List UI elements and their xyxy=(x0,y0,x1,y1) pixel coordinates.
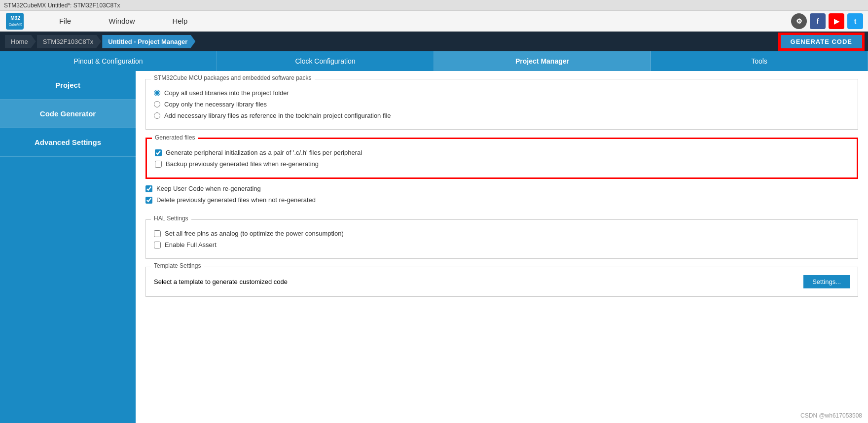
content-area: STM32Cube MCU packages and embedded soft… xyxy=(136,71,868,423)
radio-copy-necessary-label: Copy only the necessary library files xyxy=(164,101,267,108)
template-select-label: Select a template to generate customized… xyxy=(154,278,288,285)
sidebar-item-code-generator[interactable]: Code Generator xyxy=(0,100,136,128)
radio-add-reference-label: Add necessary library files as reference… xyxy=(164,112,391,119)
settings-icon[interactable]: ⚙ xyxy=(791,13,807,29)
menu-bar: M32 CubeMX File Window Help ⚙ f ▶ t xyxy=(0,11,868,32)
checkbox-analog-pins-input[interactable] xyxy=(154,230,161,237)
checkbox-full-assert[interactable]: Enable Full Assert xyxy=(154,241,850,248)
tab-tools[interactable]: Tools xyxy=(651,51,868,71)
breadcrumb: Home STM32F103C8Tx Untitled - Project Ma… xyxy=(5,35,780,48)
sidebar: Project Code Generator Advanced Settings xyxy=(0,71,136,423)
template-settings-label: Template Settings xyxy=(151,262,204,269)
radio-copy-all-input[interactable] xyxy=(154,90,160,96)
radio-copy-all-label: Copy all used libraries into the project… xyxy=(164,89,289,97)
title-bar: STM32CubeMX Untitled*: STM32F103C8Tx xyxy=(0,0,868,11)
hal-settings-label: HAL Settings xyxy=(151,215,191,222)
title-text: STM32CubeMX Untitled*: STM32F103C8Tx xyxy=(4,2,120,9)
app-logo: M32 CubeMX xyxy=(5,12,26,31)
checkbox-backup-input[interactable] xyxy=(155,161,162,168)
generated-files-group: Generated files Generate peripheral init… xyxy=(145,138,858,179)
settings-button[interactable]: Settings... xyxy=(803,275,850,288)
menu-window[interactable]: Window xyxy=(105,15,139,27)
template-row: Select a template to generate customized… xyxy=(154,273,850,290)
radio-copy-necessary-input[interactable] xyxy=(154,101,160,107)
checkbox-full-assert-input[interactable] xyxy=(154,242,161,248)
svg-text:M32: M32 xyxy=(10,15,20,21)
youtube-icon[interactable]: ▶ xyxy=(829,13,844,29)
checkbox-analog-pins-label: Set all free pins as analog (to optimize… xyxy=(165,230,344,237)
facebook-icon[interactable]: f xyxy=(810,13,826,29)
hal-settings-group: HAL Settings Set all free pins as analog… xyxy=(145,219,858,259)
sidebar-spacer xyxy=(0,157,136,423)
radio-copy-all[interactable]: Copy all used libraries into the project… xyxy=(154,89,850,97)
generate-code-button[interactable]: GENERATE CODE xyxy=(780,34,863,49)
nav-bar: Home STM32F103C8Tx Untitled - Project Ma… xyxy=(0,32,868,51)
mcu-packages-label: STM32Cube MCU packages and embedded soft… xyxy=(151,74,315,81)
main-content: Project Code Generator Advanced Settings… xyxy=(0,71,868,423)
checkbox-delete-generated[interactable]: Delete previously generated files when n… xyxy=(145,196,858,204)
radio-copy-necessary[interactable]: Copy only the necessary library files xyxy=(154,101,850,108)
radio-add-reference[interactable]: Add necessary library files as reference… xyxy=(154,112,850,119)
sidebar-item-project[interactable]: Project xyxy=(0,71,136,100)
social-icons: ⚙ f ▶ t xyxy=(791,13,863,29)
radio-add-reference-input[interactable] xyxy=(154,112,160,119)
checkbox-keep-user-code-input[interactable] xyxy=(145,185,152,192)
tab-project-manager[interactable]: Project Manager xyxy=(434,51,651,71)
tab-pinout[interactable]: Pinout & Configuration xyxy=(0,51,217,71)
checkbox-peripheral-init-label: Generate peripheral initialization as a … xyxy=(166,149,362,156)
generated-files-label: Generated files xyxy=(152,134,198,141)
checkbox-peripheral-init-input[interactable] xyxy=(155,149,162,156)
standalone-checkboxes: Keep User Code when re-generating Delete… xyxy=(136,179,868,204)
mcu-packages-group: STM32Cube MCU packages and embedded soft… xyxy=(145,79,858,130)
generated-files-wrapper: Generated files Generate peripheral init… xyxy=(136,138,868,212)
checkbox-delete-generated-label: Delete previously generated files when n… xyxy=(156,196,316,204)
checkbox-keep-user-code[interactable]: Keep User Code when re-generating xyxy=(145,185,858,192)
logo-svg: M32 CubeMX xyxy=(5,12,26,31)
checkbox-delete-generated-input[interactable] xyxy=(145,197,152,204)
menu-file[interactable]: File xyxy=(55,15,75,27)
template-settings-group: Template Settings Select a template to g… xyxy=(145,267,858,297)
breadcrumb-project-manager[interactable]: Untitled - Project Manager xyxy=(102,35,195,48)
svg-text:CubeMX: CubeMX xyxy=(8,23,22,26)
checkbox-peripheral-init[interactable]: Generate peripheral initialization as a … xyxy=(155,149,849,156)
checkbox-backup-label: Backup previously generated files when r… xyxy=(166,160,319,168)
checkbox-full-assert-label: Enable Full Assert xyxy=(165,241,217,248)
menu-items: File Window Help xyxy=(55,15,791,27)
breadcrumb-home[interactable]: Home xyxy=(5,35,36,48)
sidebar-item-advanced-settings[interactable]: Advanced Settings xyxy=(0,128,136,157)
tab-clock[interactable]: Clock Configuration xyxy=(217,51,434,71)
watermark: CSDN @wh617053508 xyxy=(800,412,862,419)
checkbox-backup[interactable]: Backup previously generated files when r… xyxy=(155,160,849,168)
breadcrumb-mcu[interactable]: STM32F103C8Tx xyxy=(37,35,102,48)
menu-help[interactable]: Help xyxy=(169,15,192,27)
checkbox-analog-pins[interactable]: Set all free pins as analog (to optimize… xyxy=(154,230,850,237)
checkbox-keep-user-code-label: Keep User Code when re-generating xyxy=(156,185,261,192)
twitter-icon[interactable]: t xyxy=(847,13,863,29)
tab-bar: Pinout & Configuration Clock Configurati… xyxy=(0,51,868,71)
